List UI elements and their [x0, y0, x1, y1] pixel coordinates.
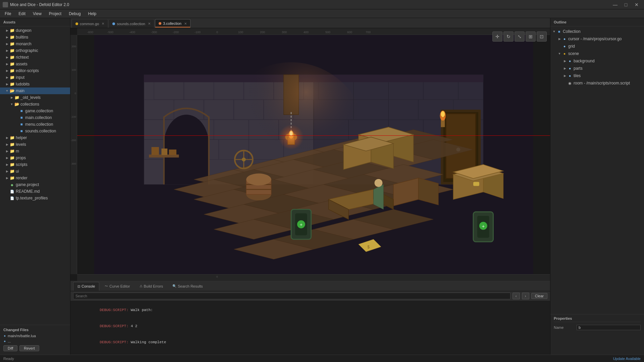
search-next-button[interactable]: › — [522, 293, 529, 299]
assets-header: Assets — [0, 18, 70, 26]
sidebar-item-tp-texture[interactable]: 📄 tp.texture_profiles — [0, 195, 70, 201]
sidebar-item-dungeon[interactable]: ▶ 📁 dungeon — [0, 27, 70, 34]
bottom-tab-console[interactable]: ⊡ Console — [73, 282, 99, 291]
arrow-scripts: ▶ — [5, 163, 9, 166]
sidebar-item-levels[interactable]: ▶ 📁 levels — [0, 141, 70, 148]
outline-item-tiles[interactable]: ▶ ● tiles — [550, 72, 644, 79]
o-label-collection: Collection — [563, 29, 581, 34]
tab-close-3collection[interactable]: ✕ — [184, 22, 187, 25]
sidebar-item-render[interactable]: ▶ 📁 render — [0, 175, 70, 181]
sidebar-item-monarch[interactable]: ▶ 📁 monarch — [0, 41, 70, 47]
update-available-button[interactable]: Update Available — [613, 357, 641, 361]
ruler-bottom: 0 — [77, 274, 550, 281]
outline-item-background[interactable]: ▶ ● background — [550, 57, 644, 65]
folder-icon-orthographic: 📁 — [9, 48, 15, 53]
clear-button[interactable]: Clear — [531, 293, 547, 299]
tab-common[interactable]: common.go ✕ — [72, 19, 108, 28]
fit-tool-button[interactable]: ⊡ — [537, 32, 547, 42]
sidebar-item-builtins[interactable]: ▶ 📁 builtins — [0, 34, 70, 41]
assets-tree: ▶ 📁 dungeon ▶ 📁 builtins ▶ 📁 monarch ▶ 📁… — [0, 26, 70, 325]
changed-file-other[interactable]: ✦ ... — [0, 339, 70, 344]
scale-tool-button[interactable]: ⤡ — [515, 32, 525, 42]
minimize-button[interactable]: — — [610, 1, 620, 8]
sidebar-item-orthographic[interactable]: ▶ 📁 orthographic — [0, 47, 70, 54]
prop-name-value[interactable]: b — [577, 325, 641, 330]
sidebar-item-main[interactable]: ▼ 📂 main — [0, 87, 70, 94]
changed-file-battle[interactable]: ✦ main/m/battle.lua — [0, 333, 70, 339]
label-builtins: builtins — [16, 35, 28, 40]
menu-project[interactable]: Project — [46, 11, 65, 17]
red-line — [77, 135, 550, 136]
menu-file[interactable]: File — [1, 11, 14, 17]
console-search-input[interactable] — [73, 293, 511, 299]
menu-debug[interactable]: Debug — [65, 11, 84, 17]
search-prev-button[interactable]: ‹ — [513, 293, 520, 299]
bottom-tab-search-results[interactable]: 🔍 Search Results — [168, 282, 207, 291]
search-results-tab-label: Search Results — [178, 284, 203, 288]
changed-file-label-battle: main/m/battle.lua — [8, 334, 36, 338]
title-bar-controls: — □ ✕ — [610, 1, 641, 8]
tab-close-common[interactable]: ✕ — [102, 22, 104, 25]
svg-rect-94 — [473, 182, 479, 186]
sidebar-item-ui[interactable]: ▶ 📁 ui — [0, 168, 70, 175]
ruler-mark-v100: 100 — [72, 68, 76, 71]
ruler-mark-400: 400 — [304, 31, 309, 34]
close-button[interactable]: ✕ — [632, 1, 641, 8]
arrow-props: ▶ — [5, 156, 9, 160]
menu-view[interactable]: View — [30, 11, 45, 17]
label-menu-collection: menu.collection — [25, 122, 53, 127]
search-bar: ‹ › Clear — [70, 291, 550, 301]
sidebar-item-editor-scripts[interactable]: ▶ 📁 editor-scripts — [0, 67, 70, 74]
bottom-tab-curve-editor[interactable]: 〜 Curve Editor — [101, 282, 134, 291]
sidebar-item-menu-collection[interactable]: ■ menu.collection — [0, 121, 70, 128]
label-sounds-collection: sounds.collection — [25, 129, 56, 133]
outline-item-grid[interactable]: ● grid — [550, 43, 644, 50]
folder-icon-main: 📂 — [9, 88, 15, 94]
sidebar-item-helper[interactable]: ▶ 📁 helper — [0, 134, 70, 141]
tab-sounds[interactable]: sounds.collection ✕ — [109, 19, 154, 28]
sidebar-item-scripts[interactable]: ▶ 📁 scripts — [0, 161, 70, 168]
tab-close-sounds[interactable]: ✕ — [148, 22, 151, 25]
sidebar-item-richtext[interactable]: ▶ 📁 richtext — [0, 54, 70, 61]
sidebar-item-collections[interactable]: ▼ 📂 collections — [0, 101, 70, 108]
sidebar-item-main-collection[interactable]: ■ main.collection — [0, 114, 70, 121]
outline-item-parts[interactable]: ▶ ● parts — [550, 65, 644, 72]
outline-item-cursor[interactable]: ▶ ● cursor - /main/props/cursor.go — [550, 35, 644, 43]
sidebar-item-old-levels[interactable]: ▶ 📁 _old_levels — [0, 94, 70, 101]
snap-tool-button[interactable]: ⊞ — [526, 32, 536, 42]
outline-item-collection[interactable]: ▼ ■ Collection — [550, 28, 644, 35]
outline-item-scene[interactable]: ▼ ● scene — [550, 50, 644, 57]
prop-row-name: Name b — [554, 325, 641, 330]
sidebar-item-assets[interactable]: ▶ 📁 assets — [0, 61, 70, 67]
move-tool-button[interactable]: ✛ — [492, 32, 502, 42]
sidebar-item-game-collection[interactable]: ■ game.collection — [0, 108, 70, 114]
search-results-icon: 🔍 — [172, 284, 176, 288]
app-icon — [3, 2, 8, 7]
o-icon-tiles: ● — [567, 73, 573, 78]
sidebar-item-game-project[interactable]: ◆ game.project — [0, 181, 70, 188]
maximize-button[interactable]: □ — [621, 1, 631, 8]
menu-help[interactable]: Help — [85, 11, 100, 17]
log-line-4: DEBUG:SCRIPT: Room step: 28 — [73, 350, 547, 355]
rotate-tool-button[interactable]: ↻ — [503, 32, 514, 42]
ruler-mark-vn100: -100 — [71, 115, 76, 118]
menu-edit[interactable]: Edit — [15, 11, 29, 17]
svg-text:+: + — [300, 222, 303, 227]
sidebar-item-ludobits[interactable]: ▶ 📁 ludobits — [0, 81, 70, 87]
sidebar-item-readme[interactable]: 📄 README.md — [0, 188, 70, 195]
sidebar-item-m[interactable]: ▶ 📁 m — [0, 148, 70, 155]
diff-button[interactable]: Diff — [3, 345, 17, 351]
properties-header: Properties — [554, 316, 641, 322]
sidebar-item-sounds-collection[interactable]: ■ sounds.collection — [0, 128, 70, 134]
diff-revert-bar: Diff Revert — [0, 344, 70, 353]
label-tp-texture: tp.texture_profiles — [16, 196, 48, 200]
sidebar-item-input[interactable]: ▶ 📁 input — [0, 74, 70, 81]
tab-3collection[interactable]: 3.collection ✕ — [155, 19, 191, 28]
status-bar: Ready Update Available — [0, 355, 644, 362]
viewport[interactable]: ✛ ↻ ⤡ ⊞ ⊡ — [70, 28, 550, 281]
outline-item-room[interactable]: ◉ room - /main/scripts/room.script — [550, 79, 644, 87]
bottom-tab-build-errors[interactable]: ⚠ Build Errors — [136, 282, 167, 291]
sidebar-item-props[interactable]: ▶ 📁 props — [0, 155, 70, 161]
arrow-monarch: ▶ — [5, 42, 9, 46]
revert-button[interactable]: Revert — [19, 345, 39, 351]
